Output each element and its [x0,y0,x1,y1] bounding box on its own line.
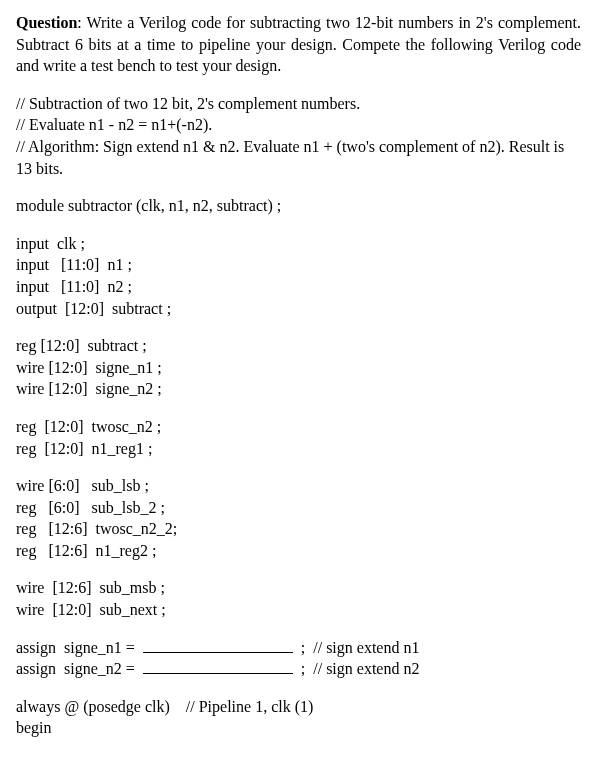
decl-subtract: reg [12:0] subtract ; [16,335,581,357]
blank-signe-n1[interactable] [143,637,293,653]
decl-n1-reg1: reg [12:0] n1_reg1 ; [16,438,581,460]
decl-sub-lsb-2: reg [6:0] sub_lsb_2 ; [16,497,581,519]
decl-sub-next: wire [12:0] sub_next ; [16,599,581,621]
always-line-2: begin [16,717,581,739]
assign-block: assign signe_n1 = ; // sign extend n1 as… [16,637,581,680]
signal-declarations-1: reg [12:0] subtract ; wire [12:0] signe_… [16,335,581,400]
decl-sub-lsb: wire [6:0] sub_lsb ; [16,475,581,497]
comment-block: // Subtraction of two 12 bit, 2's comple… [16,93,581,179]
decl-twosc-n2-2: reg [12:6] twosc_n2_2; [16,518,581,540]
assign-signe-n2: assign signe_n2 = ; // sign extend n2 [16,658,581,680]
decl-n1-reg2: reg [12:6] n1_reg2 ; [16,540,581,562]
port-clk: input clk ; [16,233,581,255]
assign-signe-n1-suffix: ; // sign extend n1 [297,637,420,659]
decl-sub-msb: wire [12:6] sub_msb ; [16,577,581,599]
signal-declarations-3: wire [6:0] sub_lsb ; reg [6:0] sub_lsb_2… [16,475,581,561]
signal-declarations-2: reg [12:0] twosc_n2 ; reg [12:0] n1_reg1… [16,416,581,459]
question-paragraph: Question: Write a Verilog code for subtr… [16,12,581,77]
always-block: always @ (posedge clk) // Pipeline 1, cl… [16,696,581,739]
port-declarations: input clk ; input [11:0] n1 ; input [11:… [16,233,581,319]
port-subtract: output [12:0] subtract ; [16,298,581,320]
assign-signe-n2-prefix: assign signe_n2 = [16,658,139,680]
always-line-1: always @ (posedge clk) // Pipeline 1, cl… [16,696,581,718]
question-label: Question [16,14,77,31]
assign-signe-n1-prefix: assign signe_n1 = [16,637,139,659]
comment-line-3: // Algorithm: Sign extend n1 & n2. Evalu… [16,136,581,179]
decl-twosc-n2: reg [12:0] twosc_n2 ; [16,416,581,438]
comment-line-1: // Subtraction of two 12 bit, 2's comple… [16,93,581,115]
question-text: : Write a Verilog code for subtracting t… [16,14,581,74]
module-declaration: module subtractor (clk, n1, n2, subtract… [16,195,581,217]
assign-signe-n2-suffix: ; // sign extend n2 [297,658,420,680]
signal-declarations-4: wire [12:6] sub_msb ; wire [12:0] sub_ne… [16,577,581,620]
comment-line-2: // Evaluate n1 - n2 = n1+(-n2). [16,114,581,136]
port-n1: input [11:0] n1 ; [16,254,581,276]
port-n2: input [11:0] n2 ; [16,276,581,298]
assign-signe-n1: assign signe_n1 = ; // sign extend n1 [16,637,581,659]
blank-signe-n2[interactable] [143,658,293,674]
decl-signe-n2: wire [12:0] signe_n2 ; [16,378,581,400]
decl-signe-n1: wire [12:0] signe_n1 ; [16,357,581,379]
